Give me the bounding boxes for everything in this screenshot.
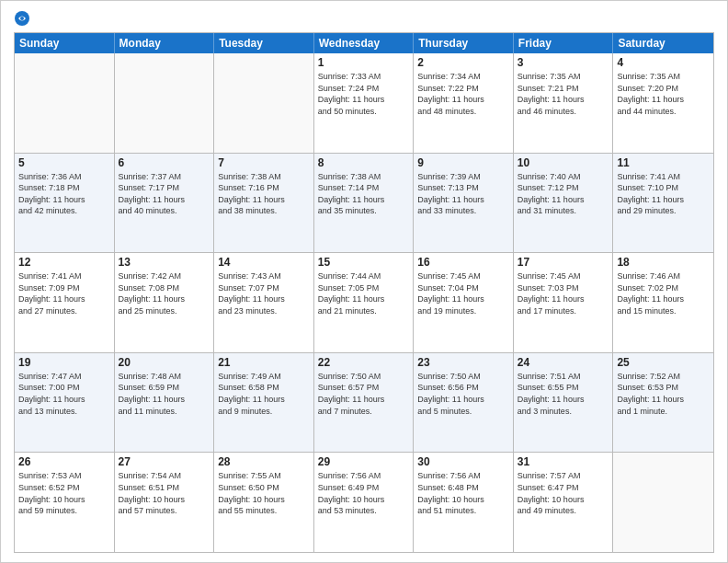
weekday-header-saturday: Saturday: [613, 33, 713, 53]
calendar-day-7: 7Sunrise: 7:38 AM Sunset: 7:16 PM Daylig…: [214, 154, 314, 253]
svg-point-1: [20, 17, 24, 20]
calendar-week-2: 5Sunrise: 7:36 AM Sunset: 7:18 PM Daylig…: [15, 153, 713, 253]
day-number: 16: [417, 256, 509, 269]
day-info: Sunrise: 7:48 AM Sunset: 6:59 PM Dayligh…: [119, 371, 210, 417]
day-info: Sunrise: 7:38 AM Sunset: 7:14 PM Dayligh…: [318, 171, 410, 217]
day-number: 28: [218, 455, 310, 468]
day-info: Sunrise: 7:50 AM Sunset: 6:56 PM Dayligh…: [417, 371, 509, 417]
calendar-day-4: 4Sunrise: 7:35 AM Sunset: 7:20 PM Daylig…: [613, 53, 713, 153]
day-number: 10: [518, 156, 609, 169]
day-info: Sunrise: 7:51 AM Sunset: 6:55 PM Dayligh…: [518, 371, 609, 417]
day-info: Sunrise: 7:39 AM Sunset: 7:13 PM Dayligh…: [417, 171, 509, 217]
day-number: 29: [318, 455, 410, 468]
calendar-day-29: 29Sunrise: 7:56 AM Sunset: 6:49 PM Dayli…: [314, 453, 415, 552]
calendar-week-4: 19Sunrise: 7:47 AM Sunset: 7:00 PM Dayli…: [15, 352, 713, 453]
day-info: Sunrise: 7:53 AM Sunset: 6:52 PM Dayligh…: [18, 470, 110, 516]
calendar-day-empty: [115, 53, 215, 153]
weekday-header-friday: Friday: [514, 33, 614, 53]
day-number: 8: [318, 156, 410, 169]
calendar-day-empty: [214, 53, 314, 153]
calendar-week-1: 1Sunrise: 7:33 AM Sunset: 7:24 PM Daylig…: [15, 53, 713, 153]
day-number: 2: [417, 56, 509, 69]
day-number: 24: [518, 356, 609, 369]
day-number: 14: [218, 256, 310, 269]
day-number: 20: [119, 356, 210, 369]
calendar-day-14: 14Sunrise: 7:43 AM Sunset: 7:07 PM Dayli…: [214, 253, 314, 352]
day-info: Sunrise: 7:57 AM Sunset: 6:47 PM Dayligh…: [518, 470, 609, 516]
day-info: Sunrise: 7:45 AM Sunset: 7:03 PM Dayligh…: [518, 270, 609, 316]
day-number: 19: [18, 356, 110, 369]
calendar-day-22: 22Sunrise: 7:50 AM Sunset: 6:57 PM Dayli…: [314, 353, 415, 453]
calendar-day-21: 21Sunrise: 7:49 AM Sunset: 6:58 PM Dayli…: [214, 353, 314, 453]
day-number: 11: [617, 156, 710, 169]
day-info: Sunrise: 7:43 AM Sunset: 7:07 PM Dayligh…: [218, 270, 310, 316]
day-info: Sunrise: 7:45 AM Sunset: 7:04 PM Dayligh…: [417, 270, 509, 316]
header: [14, 10, 714, 27]
day-info: Sunrise: 7:35 AM Sunset: 7:20 PM Dayligh…: [617, 71, 710, 117]
day-number: 12: [18, 256, 110, 269]
day-info: Sunrise: 7:33 AM Sunset: 7:24 PM Dayligh…: [318, 71, 410, 117]
calendar-day-27: 27Sunrise: 7:54 AM Sunset: 6:51 PM Dayli…: [115, 453, 215, 552]
calendar-day-empty: [15, 53, 115, 153]
day-info: Sunrise: 7:41 AM Sunset: 7:09 PM Dayligh…: [18, 270, 110, 316]
day-info: Sunrise: 7:40 AM Sunset: 7:12 PM Dayligh…: [518, 171, 609, 217]
weekday-header-tuesday: Tuesday: [214, 33, 314, 53]
calendar-day-12: 12Sunrise: 7:41 AM Sunset: 7:09 PM Dayli…: [15, 253, 115, 352]
day-info: Sunrise: 7:34 AM Sunset: 7:22 PM Dayligh…: [417, 71, 509, 117]
weekday-header-monday: Monday: [115, 33, 215, 53]
calendar-week-5: 26Sunrise: 7:53 AM Sunset: 6:52 PM Dayli…: [15, 452, 713, 552]
calendar-day-24: 24Sunrise: 7:51 AM Sunset: 6:55 PM Dayli…: [514, 353, 614, 453]
day-info: Sunrise: 7:42 AM Sunset: 7:08 PM Dayligh…: [119, 270, 210, 316]
calendar-day-9: 9Sunrise: 7:39 AM Sunset: 7:13 PM Daylig…: [414, 154, 514, 253]
day-info: Sunrise: 7:41 AM Sunset: 7:10 PM Dayligh…: [617, 171, 710, 217]
day-info: Sunrise: 7:55 AM Sunset: 6:50 PM Dayligh…: [218, 470, 310, 516]
calendar-day-13: 13Sunrise: 7:42 AM Sunset: 7:08 PM Dayli…: [115, 253, 215, 352]
day-number: 18: [617, 256, 710, 269]
day-number: 15: [318, 256, 410, 269]
day-info: Sunrise: 7:56 AM Sunset: 6:49 PM Dayligh…: [318, 470, 410, 516]
day-info: Sunrise: 7:37 AM Sunset: 7:17 PM Dayligh…: [119, 171, 210, 217]
day-info: Sunrise: 7:49 AM Sunset: 6:58 PM Dayligh…: [218, 371, 310, 417]
calendar-body: 1Sunrise: 7:33 AM Sunset: 7:24 PM Daylig…: [15, 53, 713, 552]
calendar-day-8: 8Sunrise: 7:38 AM Sunset: 7:14 PM Daylig…: [314, 154, 415, 253]
calendar-day-10: 10Sunrise: 7:40 AM Sunset: 7:12 PM Dayli…: [514, 154, 614, 253]
day-info: Sunrise: 7:46 AM Sunset: 7:02 PM Dayligh…: [617, 270, 710, 316]
day-info: Sunrise: 7:44 AM Sunset: 7:05 PM Dayligh…: [318, 270, 410, 316]
day-number: 31: [518, 455, 609, 468]
day-info: Sunrise: 7:35 AM Sunset: 7:21 PM Dayligh…: [518, 71, 609, 117]
day-number: 6: [119, 156, 210, 169]
day-number: 26: [18, 455, 110, 468]
day-number: 13: [119, 256, 210, 269]
calendar-day-17: 17Sunrise: 7:45 AM Sunset: 7:03 PM Dayli…: [514, 253, 614, 352]
day-number: 1: [318, 56, 410, 69]
day-info: Sunrise: 7:47 AM Sunset: 7:00 PM Dayligh…: [18, 371, 110, 417]
calendar-week-3: 12Sunrise: 7:41 AM Sunset: 7:09 PM Dayli…: [15, 252, 713, 352]
logo: [14, 10, 32, 27]
calendar-day-2: 2Sunrise: 7:34 AM Sunset: 7:22 PM Daylig…: [414, 53, 514, 153]
calendar-day-31: 31Sunrise: 7:57 AM Sunset: 6:47 PM Dayli…: [514, 453, 614, 552]
calendar-day-15: 15Sunrise: 7:44 AM Sunset: 7:05 PM Dayli…: [314, 253, 415, 352]
day-info: Sunrise: 7:38 AM Sunset: 7:16 PM Dayligh…: [218, 171, 310, 217]
calendar-day-3: 3Sunrise: 7:35 AM Sunset: 7:21 PM Daylig…: [514, 53, 614, 153]
day-number: 22: [318, 356, 410, 369]
calendar-day-23: 23Sunrise: 7:50 AM Sunset: 6:56 PM Dayli…: [414, 353, 514, 453]
calendar-header: SundayMondayTuesdayWednesdayThursdayFrid…: [15, 33, 713, 53]
calendar-day-16: 16Sunrise: 7:45 AM Sunset: 7:04 PM Dayli…: [414, 253, 514, 352]
weekday-header-sunday: Sunday: [15, 33, 115, 53]
day-number: 30: [417, 455, 509, 468]
day-number: 27: [119, 455, 210, 468]
day-number: 5: [18, 156, 110, 169]
calendar-day-25: 25Sunrise: 7:52 AM Sunset: 6:53 PM Dayli…: [613, 353, 713, 453]
calendar-day-28: 28Sunrise: 7:55 AM Sunset: 6:50 PM Dayli…: [214, 453, 314, 552]
day-number: 3: [518, 56, 609, 69]
day-number: 21: [218, 356, 310, 369]
day-info: Sunrise: 7:56 AM Sunset: 6:48 PM Dayligh…: [417, 470, 509, 516]
weekday-header-thursday: Thursday: [414, 33, 514, 53]
day-number: 23: [417, 356, 509, 369]
day-number: 25: [617, 356, 710, 369]
day-number: 7: [218, 156, 310, 169]
calendar-day-1: 1Sunrise: 7:33 AM Sunset: 7:24 PM Daylig…: [314, 53, 415, 153]
calendar-day-26: 26Sunrise: 7:53 AM Sunset: 6:52 PM Dayli…: [15, 453, 115, 552]
calendar-day-20: 20Sunrise: 7:48 AM Sunset: 6:59 PM Dayli…: [115, 353, 215, 453]
calendar-page: SundayMondayTuesdayWednesdayThursdayFrid…: [0, 0, 728, 563]
